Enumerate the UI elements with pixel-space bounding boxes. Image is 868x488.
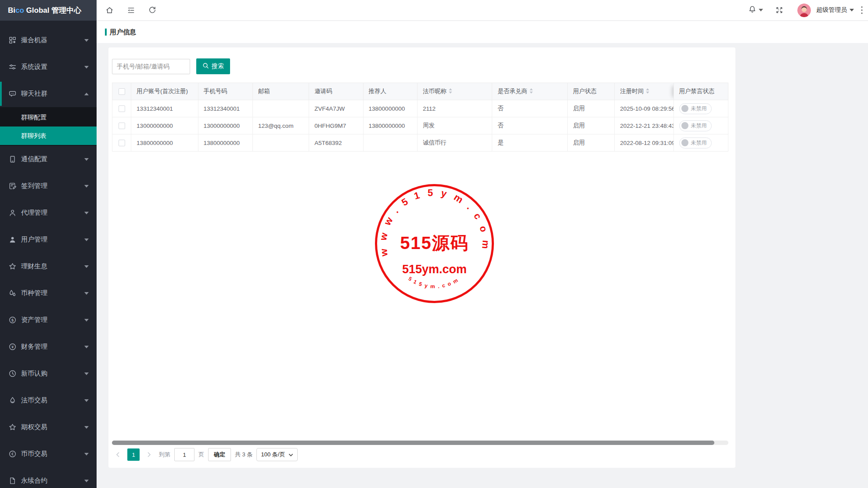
search-button[interactable]: 搜索 — [196, 58, 230, 74]
cell-is_acceptor: 否 — [492, 117, 567, 134]
sidebar-item-agent-management[interactable]: 代理管理 — [0, 199, 97, 226]
sidebar-item-new-coin-subscription[interactable]: 新币认购 — [0, 360, 97, 387]
column-header-is_acceptor[interactable]: 是否承兑商 — [492, 83, 567, 100]
column-header-mute_status: 用户禁言状态 — [674, 83, 728, 100]
user-table: 用户账号(首次注册)手机号码邮箱邀请码推荐人法币昵称是否承兑商用户状态注册时间用… — [112, 83, 728, 152]
current-page-button[interactable]: 1 — [127, 448, 140, 461]
chevron-down-icon — [84, 426, 89, 429]
sidebar-item-asset-management[interactable]: $资产管理 — [0, 307, 97, 333]
page-size-select[interactable]: 100 条/页 — [256, 448, 298, 461]
kebab-menu-icon[interactable] — [861, 6, 863, 14]
chevron-down-icon — [850, 9, 854, 11]
search-row: 搜索 — [112, 58, 230, 74]
sidebar-item-checkin-management[interactable]: 签到管理 — [0, 173, 97, 199]
cell-account: 13000000000 — [131, 117, 198, 134]
next-page-button[interactable] — [144, 448, 155, 461]
exchange-circle-icon — [9, 450, 16, 458]
row-checkbox[interactable] — [119, 123, 125, 129]
sidebar-subitem-group-chat-config[interactable]: 群聊配置 — [0, 108, 97, 127]
user-table-wrap: 用户账号(首次注册)手机号码邮箱邀请码推荐人法币昵称是否承兑商用户状态注册时间用… — [112, 83, 728, 152]
note-pen-icon — [9, 182, 16, 190]
mute-toggle[interactable]: 未禁用 — [679, 103, 712, 114]
column-label: 法币昵称 — [423, 87, 447, 95]
column-header-account: 用户账号(首次注册) — [131, 83, 198, 100]
cell-register_time: 2022-12-21 23:48:43 — [615, 117, 674, 134]
sidebar-item-label: 资产管理 — [21, 316, 47, 324]
column-header-register_time[interactable]: 注册时间 — [615, 83, 674, 100]
horizontal-scrollbar-thumb[interactable] — [112, 441, 714, 445]
sidebar-item-fiat-trading[interactable]: 法币交易 — [0, 387, 97, 414]
search-button-label: 搜索 — [212, 62, 224, 70]
logo-part-co: co — [15, 6, 24, 14]
sidebar-item-label: 财务管理 — [21, 343, 47, 351]
sort-icon[interactable] — [646, 88, 649, 95]
select-all-checkbox[interactable] — [119, 88, 125, 95]
fullscreen-icon[interactable] — [775, 6, 783, 14]
sidebar-item-user-management[interactable]: 用户管理 — [0, 226, 97, 253]
person-outline-icon — [9, 209, 16, 217]
row-checkbox[interactable] — [119, 140, 125, 146]
sort-icon[interactable] — [529, 88, 533, 95]
tablet-icon — [9, 155, 16, 163]
chevron-down-icon — [84, 292, 89, 295]
sidebar-item-coin-management[interactable]: 币种管理 — [0, 280, 97, 307]
sidebar-item-chat-community[interactable]: 聊天社群 — [0, 80, 97, 107]
drops-icon — [9, 289, 16, 297]
sidebar-item-label: 币币交易 — [21, 450, 47, 458]
sidebar-item-label: 通信配置 — [21, 155, 47, 163]
sidebar-item-communication-config[interactable]: 通信配置 — [0, 146, 97, 173]
person-solid-icon — [9, 236, 16, 243]
sidebar-item-label: 理财生息 — [21, 262, 47, 271]
column-label: 邀请码 — [314, 87, 332, 95]
collapse-menu-icon[interactable] — [127, 6, 135, 14]
sidebar-item-system-settings[interactable]: 系统设置 — [0, 54, 97, 80]
cell-register_time: 2025-10-09 08:29:56 — [615, 100, 674, 117]
admin-menu[interactable]: 超级管理员 — [816, 6, 854, 14]
sidebar-item-perpetual-contract[interactable]: 永续合约 — [0, 467, 97, 488]
horizontal-scrollbar-track — [112, 441, 728, 445]
content-area: 搜索 用户账号(首次注册)手机号码邮箱邀请码推荐人法币昵称是否承兑商用户状态注册… — [97, 43, 868, 488]
row-checkbox[interactable] — [119, 105, 125, 112]
home-icon[interactable] — [105, 6, 114, 14]
sidebar-item-label: 用户管理 — [21, 235, 47, 244]
sidebar-item-label: 永续合约 — [21, 477, 47, 485]
grid-icon — [9, 36, 16, 44]
cell-is_acceptor: 是 — [492, 134, 567, 152]
sidebar-menu: 撮合机器系统设置聊天社群群聊配置群聊列表通信配置签到管理代理管理用户管理理财生息… — [0, 21, 97, 488]
table-header-row: 用户账号(首次注册)手机号码邮箱邀请码推荐人法币昵称是否承兑商用户状态注册时间用… — [112, 83, 728, 100]
prev-page-button[interactable] — [112, 448, 123, 461]
page-size-value: 100 条/页 — [261, 451, 285, 459]
sidebar-item-label: 法币交易 — [21, 396, 47, 405]
search-input[interactable] — [112, 59, 190, 74]
sidebar-item-wealth-interest[interactable]: 理财生息 — [0, 253, 97, 280]
mute-toggle[interactable]: 未禁用 — [679, 137, 712, 148]
chevron-down-icon — [84, 453, 89, 455]
chevron-down-icon — [84, 372, 89, 375]
chevron-down-icon — [84, 239, 89, 241]
cell-invite_code: A5T68392 — [309, 134, 363, 152]
logo-part-bi: Bi — [8, 6, 15, 14]
sidebar-item-finance-management[interactable]: ¥财务管理 — [0, 333, 97, 360]
refresh-icon[interactable] — [148, 6, 156, 14]
mute-toggle[interactable]: 未禁用 — [679, 120, 712, 131]
cell-invite_code: ZVF4A7JW — [309, 100, 363, 117]
logo-part-rest: Global 管理中心 — [24, 6, 81, 14]
avatar[interactable] — [797, 4, 811, 17]
notifications-button[interactable] — [748, 5, 763, 15]
file-icon — [9, 477, 16, 484]
cell-account: 13800000000 — [131, 134, 198, 152]
column-header-fiat_nickname[interactable]: 法币昵称 — [417, 83, 492, 100]
search-icon — [202, 62, 209, 70]
chevron-down-icon — [84, 346, 89, 348]
cell-fiat_nickname: 周发 — [417, 117, 492, 134]
sidebar-item-matching-robot[interactable]: 撮合机器 — [0, 27, 97, 54]
goto-page-input[interactable] — [174, 448, 194, 461]
sidebar-item-options-trading[interactable]: 期权交易 — [0, 414, 97, 441]
flame-icon — [9, 397, 16, 404]
goto-confirm-button[interactable]: 确定 — [208, 448, 231, 461]
sort-icon[interactable] — [449, 88, 452, 95]
chevron-down-icon — [84, 212, 89, 214]
chevron-up-icon — [84, 93, 89, 95]
sidebar-subitem-group-chat-list[interactable]: 群聊列表 — [0, 127, 97, 145]
sidebar-item-spot-trading[interactable]: 币币交易 — [0, 441, 97, 467]
